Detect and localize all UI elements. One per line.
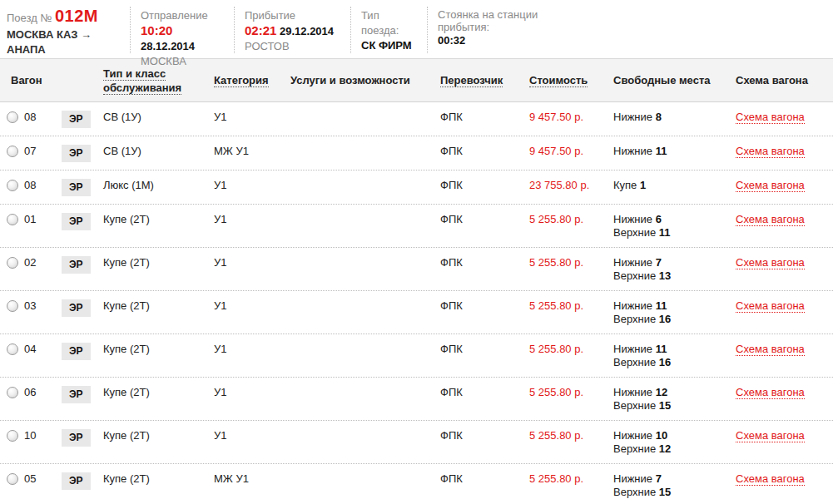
column-seats: Свободные места	[603, 73, 726, 87]
wagon-number: 06	[24, 386, 36, 399]
seats-cell: Нижние 12 Верхние 15	[603, 386, 726, 413]
wagon-radio-button[interactable]	[7, 343, 18, 355]
column-schema: Схема вагона	[726, 73, 833, 87]
seats-cell: Нижние 11	[603, 145, 726, 158]
stop-duration-section: Стоянка на станции прибытия: 00:32	[427, 7, 552, 53]
price-cell: 5 255.80 р.	[519, 429, 603, 442]
departure-date: 28.12.2014	[141, 40, 195, 52]
badge-cell: ЭР	[52, 386, 93, 403]
upper-seats: Верхние 15	[613, 486, 726, 499]
arrival-section: Прибытие 02:21 29.12.2014 РОСТОВ	[234, 7, 350, 53]
table-row: 08 ЭР СВ (1У) У1 ФПК 9 457.50 р. Нижние …	[0, 102, 833, 136]
table-row: 05 ЭР Купе (2Т) МЖ У1 ФПК 5 255.80 р. Ни…	[0, 464, 833, 504]
train-route: МОСКВА КАЗ → АНАПА	[7, 27, 120, 57]
type-class-cell: Купе (2Т)	[93, 299, 204, 313]
er-badge: ЭР	[62, 256, 91, 274]
schema-link[interactable]: Схема вагона	[736, 213, 805, 226]
column-category[interactable]: Категория	[204, 73, 280, 87]
category-cell: МЖ У1	[204, 472, 280, 486]
wagon-number: 03	[24, 299, 36, 313]
carrier-cell: ФПК	[430, 386, 519, 399]
wagon-cell: 10	[0, 429, 52, 442]
wagon-cell: 06	[0, 386, 52, 399]
seats-cell: Нижние 7 Верхние 15	[603, 472, 726, 499]
type-class-cell: Купе (2Т)	[93, 386, 204, 399]
train-number-section: Поезд № 012М МОСКВА КАЗ → АНАПА	[7, 7, 130, 53]
schema-link[interactable]: Схема вагона	[736, 256, 805, 269]
schema-link[interactable]: Схема вагона	[736, 179, 805, 192]
er-badge: ЭР	[62, 111, 91, 128]
wagon-radio-button[interactable]	[7, 257, 18, 269]
category-cell: У1	[204, 299, 280, 313]
wagon-radio-button[interactable]	[7, 180, 18, 191]
type-class-cell: Купе (2Т)	[93, 256, 204, 269]
table-body: 08 ЭР СВ (1У) У1 ФПК 9 457.50 р. Нижние …	[0, 102, 833, 504]
table-header-row: Вагон Тип и класс обслуживания Категория…	[0, 58, 833, 102]
seats-cell: Купе 1	[603, 179, 726, 192]
arrival-date: 29.12.2014	[280, 25, 334, 37]
schema-link[interactable]: Схема вагона	[736, 299, 805, 313]
wagon-radio-button[interactable]	[7, 300, 18, 312]
schema-cell: Схема вагона	[726, 429, 833, 442]
schema-cell: Схема вагона	[726, 256, 833, 269]
lower-seats: Нижние 12	[613, 386, 726, 399]
table-row: 10 ЭР Купе (2Т) У1 ФПК 5 255.80 р. Нижни…	[0, 421, 833, 464]
lower-seats: Нижние 7	[613, 472, 726, 486]
wagon-radio-button[interactable]	[7, 214, 18, 225]
wagon-radio-button[interactable]	[7, 430, 18, 442]
upper-seats: Верхние 12	[613, 442, 726, 456]
schema-link[interactable]: Схема вагона	[736, 429, 805, 442]
column-carrier[interactable]: Перевозчик	[430, 73, 519, 87]
column-type-class[interactable]: Тип и класс обслуживания	[93, 67, 204, 95]
arrival-time: 02:21	[245, 23, 276, 37]
type-class-cell: Купе (2Т)	[93, 472, 204, 486]
departure-section: Отправление 10:20 28.12.2014 МОСКВА	[130, 7, 234, 53]
schema-link[interactable]: Схема вагона	[736, 111, 805, 124]
category-cell: У1	[204, 179, 280, 192]
seats-cell: Нижние 7 Верхние 13	[603, 256, 726, 283]
er-badge: ЭР	[62, 145, 91, 162]
table-row: 02 ЭР Купе (2Т) У1 ФПК 5 255.80 р. Нижни…	[0, 248, 833, 291]
table-row: 04 ЭР Купе (2Т) У1 ФПК 5 255.80 р. Нижни…	[0, 334, 833, 378]
schema-link[interactable]: Схема вагона	[736, 472, 805, 486]
badge-cell: ЭР	[52, 472, 93, 490]
wagon-number: 04	[24, 343, 36, 356]
upper-seats: Верхние 13	[613, 269, 726, 283]
table-row: 08 ЭР Люкс (1М) У1 ФПК 23 755.80 р. Купе…	[0, 170, 833, 205]
train-type-section: Тип поезда: СК ФИРМ	[350, 7, 427, 53]
er-badge: ЭР	[62, 429, 91, 447]
table-row: 07 ЭР СВ (1У) МЖ У1 ФПК 9 457.50 р. Нижн…	[0, 136, 833, 170]
category-cell: У1	[204, 386, 280, 399]
schema-cell: Схема вагона	[726, 343, 833, 356]
column-price[interactable]: Стоимость	[519, 73, 603, 87]
badge-cell: ЭР	[52, 213, 93, 230]
price-cell: 5 255.80 р.	[519, 472, 603, 486]
wagon-radio-button[interactable]	[7, 111, 18, 123]
er-badge: ЭР	[62, 386, 91, 403]
wagon-number: 05	[24, 472, 36, 486]
carrier-cell: ФПК	[430, 472, 519, 486]
arrival-label: Прибытие	[245, 8, 340, 23]
type-class-cell: Купе (2Т)	[93, 213, 204, 226]
wagon-cell: 08	[0, 111, 52, 124]
schema-cell: Схема вагона	[726, 472, 833, 486]
wagon-radio-button[interactable]	[7, 146, 18, 157]
stop-duration-value: 00:32	[438, 33, 542, 48]
price-cell: 5 255.80 р.	[519, 343, 603, 356]
carrier-cell: ФПК	[430, 145, 519, 158]
lower-seats: Нижние 7	[613, 256, 726, 269]
category-cell: У1	[204, 213, 280, 226]
schema-link[interactable]: Схема вагона	[736, 343, 805, 356]
schema-link[interactable]: Схема вагона	[736, 145, 805, 158]
wagon-radio-button[interactable]	[7, 387, 18, 398]
badge-cell: ЭР	[52, 429, 93, 447]
er-badge: ЭР	[62, 179, 91, 196]
wagon-cell: 01	[0, 213, 52, 226]
schema-link[interactable]: Схема вагона	[736, 386, 805, 399]
seats-cell: Нижние 8	[603, 111, 726, 124]
badge-cell: ЭР	[52, 111, 93, 128]
price-cell: 5 255.80 р.	[519, 213, 603, 226]
table-row: 06 ЭР Купе (2Т) У1 ФПК 5 255.80 р. Нижни…	[0, 378, 833, 421]
wagon-radio-button[interactable]	[7, 473, 18, 485]
wagon-number: 08	[24, 111, 36, 124]
